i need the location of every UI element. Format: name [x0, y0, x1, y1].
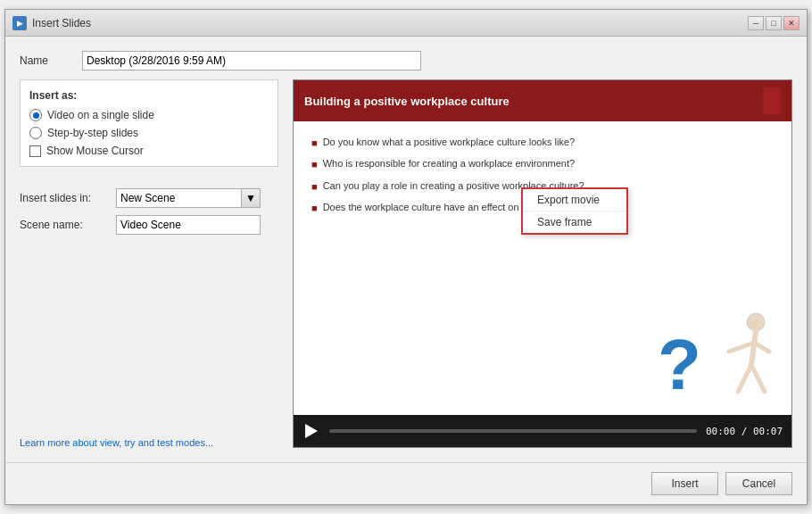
radio-step-by-step[interactable]: Step-by-step slides	[29, 127, 269, 139]
name-row: Name	[20, 51, 792, 70]
progress-bar[interactable]	[329, 429, 697, 433]
context-menu-save-frame[interactable]: Save frame	[523, 211, 626, 233]
scene-name-input[interactable]	[116, 215, 261, 235]
radio-video-single-label: Video on a single slide	[47, 109, 154, 121]
slide-header: Building a positive workplace culture	[294, 80, 791, 121]
dialog-footer: Insert Cancel	[5, 462, 807, 504]
close-button[interactable]: ✕	[783, 16, 800, 30]
slide-body: ■ Do you know what a positive workplace …	[294, 121, 791, 415]
scene-name-label: Scene name:	[20, 219, 109, 231]
insert-button[interactable]: Insert	[651, 472, 718, 495]
insert-as-section: Insert as: Video on a single slide Step-…	[20, 79, 278, 167]
dialog-window: ▶ Insert Slides ─ □ ✕ Name Insert as:	[4, 9, 808, 505]
dropdown-arrow-icon[interactable]: ▼	[241, 188, 261, 208]
play-button[interactable]	[302, 422, 320, 440]
title-bar-buttons: ─ □ ✕	[748, 16, 800, 30]
context-menu: Export movie Save frame	[521, 187, 628, 235]
insert-slides-in-row: Insert slides in: ▼	[20, 188, 278, 208]
bullet-dot-2: ■	[311, 158, 318, 171]
svg-line-2	[729, 343, 754, 352]
learn-more-link[interactable]: Learn more about view, try and test mode…	[20, 437, 278, 448]
bullet-text-2: Who is responsible for creating a workpl…	[323, 157, 575, 170]
context-menu-export-movie[interactable]: Export movie	[523, 189, 626, 211]
insert-slides-in-dropdown[interactable]: ▼	[116, 188, 261, 208]
video-controls: 00:00 / 00:07	[294, 415, 791, 447]
radio-step-by-step-label: Step-by-step slides	[47, 127, 138, 139]
question-mark-icon: ?	[658, 329, 701, 401]
illustration: ?	[640, 294, 774, 401]
video-preview-panel: Building a positive workplace culture ■ …	[293, 79, 792, 448]
cancel-button[interactable]: Cancel	[725, 472, 792, 495]
left-panel: Insert as: Video on a single slide Step-…	[20, 79, 278, 448]
checkbox-show-cursor-btn[interactable]	[29, 145, 41, 157]
name-label: Name	[20, 54, 73, 67]
dialog-content: Name Insert as: Video on a single slide	[5, 37, 807, 462]
svg-line-1	[751, 331, 756, 365]
name-input[interactable]	[82, 51, 421, 70]
slide-title: Building a positive workplace culture	[304, 95, 510, 108]
bullet-dot-1: ■	[311, 137, 318, 150]
figure-svg	[720, 311, 774, 401]
insert-slides-in-label: Insert slides in:	[20, 192, 109, 204]
play-icon	[305, 424, 318, 438]
title-bar-left: ▶ Insert Slides	[12, 16, 91, 30]
radio-step-by-step-btn[interactable]	[29, 127, 42, 139]
slide-text-area: ■ Do you know what a positive workplace …	[311, 136, 622, 401]
title-bar: ▶ Insert Slides ─ □ ✕	[5, 10, 807, 37]
main-area: Insert as: Video on a single slide Step-…	[20, 79, 792, 448]
window-title: Insert Slides	[32, 17, 91, 29]
checkbox-show-cursor-label: Show Mouse Cursor	[46, 145, 144, 157]
maximize-button[interactable]: □	[766, 16, 782, 30]
checkbox-show-cursor[interactable]: Show Mouse Cursor	[29, 145, 269, 157]
video-content: Building a positive workplace culture ■ …	[294, 80, 791, 415]
scene-name-row: Scene name:	[20, 215, 278, 235]
bullet-item-2: ■ Who is responsible for creating a work…	[311, 157, 622, 171]
slide-image-area: ?	[631, 136, 774, 401]
svg-line-4	[738, 365, 751, 392]
bullet-text-1: Do you know what a positive workplace cu…	[323, 136, 575, 149]
radio-video-single-btn[interactable]	[29, 109, 42, 121]
window-icon: ▶	[12, 16, 27, 30]
svg-line-5	[751, 365, 765, 392]
bullet-dot-3: ■	[311, 180, 318, 194]
slide-header-accent	[763, 87, 781, 114]
bullet-dot-4: ■	[311, 202, 318, 215]
time-display: 00:00 / 00:07	[706, 426, 783, 437]
radio-video-single[interactable]: Video on a single slide	[29, 109, 269, 121]
bullet-item-1: ■ Do you know what a positive workplace …	[311, 136, 622, 150]
minimize-button[interactable]: ─	[748, 16, 764, 30]
insert-slides-in-input[interactable]	[116, 188, 241, 208]
insert-as-title: Insert as:	[29, 89, 269, 102]
